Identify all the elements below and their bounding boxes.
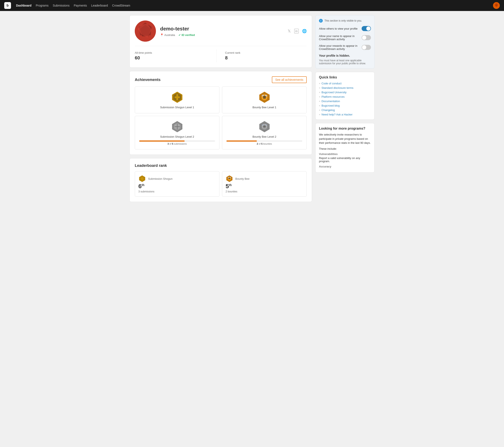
nav-logo[interactable]: b — [4, 2, 11, 9]
nav-dashboard[interactable]: Dashboard — [16, 4, 32, 7]
lb-shogun-icon — [138, 175, 146, 182]
progress-bg-bee2 — [226, 140, 302, 142]
lb-bee-icon — [226, 175, 233, 182]
profile-hidden-desc: You must have at least one applicable su… — [319, 59, 371, 65]
nav-crowdstream[interactable]: CrowdStream — [112, 4, 130, 7]
toggle-crowdstream-name: Allow your name to appear in CrowdStream… — [319, 35, 371, 41]
profile-header: demo-tester 📍 Australia ✔ ID verified 𝕏 — [135, 20, 307, 46]
achievements-title: Achievements — [135, 78, 161, 82]
quick-link-item-0: Code of conduct — [319, 82, 371, 85]
leaderboard-grid: Submission Shogun 6th 3 submissions — [135, 171, 307, 197]
quick-link-item-3: Platform resources — [319, 95, 371, 98]
achievement-progress-shogun2: 3 of 5 submissions — [139, 140, 215, 145]
lb-bee-name: Bounty Bee — [235, 177, 250, 180]
side-column: i This section is only visible to you. A… — [315, 15, 375, 202]
avatar-icon — [493, 2, 500, 9]
more-programs-title: Looking for more programs? — [319, 127, 371, 131]
quick-links-title: Quick links — [319, 76, 371, 79]
progress-fill-shogun2 — [139, 140, 185, 142]
quick-link-changelog[interactable]: Changelog — [322, 108, 335, 112]
achievement-bounty-bee-2: Bounty Bee Level 2 2 of 5 bounties — [222, 116, 307, 150]
bee-level1-icon — [258, 91, 271, 104]
quick-link-code-of-conduct[interactable]: Code of conduct — [322, 82, 342, 85]
profile-avatar-image — [135, 20, 156, 42]
location-icon: 📍 — [160, 33, 163, 37]
quick-link-documentation[interactable]: Documentation — [322, 99, 340, 103]
progress-bg-shogun2 — [139, 140, 215, 142]
quick-link-ask-hacker[interactable]: Need help? Ask a Hacker — [322, 113, 353, 116]
profile-info: demo-tester 📍 Australia ✔ ID verified — [160, 26, 284, 37]
more-programs-vulnerabilities-desc: Report a valid vulnerability on any prog… — [319, 156, 371, 163]
user-avatar[interactable] — [493, 2, 500, 9]
navbar: b Dashboard Programs Submissions Payment… — [0, 0, 504, 11]
leaderboard-shogun: Submission Shogun 6th 3 submissions — [135, 171, 219, 197]
lb-shogun-rank: 6th — [138, 183, 144, 189]
lb-bee-rank: 5th — [226, 183, 232, 189]
website-icon[interactable]: 🌐 — [302, 29, 307, 33]
toggle-knob-3 — [362, 45, 366, 49]
lb-shogun-header: Submission Shogun — [138, 175, 173, 182]
profile-meta: 📍 Australia ✔ ID verified — [160, 33, 284, 37]
visibility-card: i This section is only visible to you. A… — [315, 15, 375, 69]
achievement-submission-shogun-1: Submission Shogun Level 1 — [135, 86, 219, 113]
linkedin-icon[interactable]: in — [294, 29, 299, 33]
more-programs-card: Looking for more programs? We selectivel… — [315, 123, 375, 173]
quick-link-item-6: Changelog — [319, 108, 371, 112]
toggle-crowdstream-rewards-switch[interactable] — [362, 45, 371, 50]
page-layout: demo-tester 📍 Australia ✔ ID verified 𝕏 — [125, 11, 379, 206]
achievement-bounty-bee-1: Bounty Bee Level 1 — [222, 86, 307, 113]
stat-all-time-points: All-time points 60 — [135, 49, 216, 62]
achievement-label-bee1: Bounty Bee Level 1 — [252, 106, 276, 109]
quick-link-platform-resources[interactable]: Platform resources — [322, 95, 344, 98]
leaderboard-bee: Bounty Bee 5th 2 bounties — [222, 171, 307, 197]
progress-text-bee2: 2 of 5 bounties — [226, 142, 302, 145]
twitter-icon[interactable]: 𝕏 — [288, 29, 291, 33]
quick-link-item-7: Need help? Ask a Hacker — [319, 113, 371, 116]
toggle-view-profile-switch[interactable] — [362, 26, 371, 31]
progress-fill-bee2 — [226, 140, 257, 142]
profile-card: demo-tester 📍 Australia ✔ ID verified 𝕏 — [129, 15, 312, 68]
lb-shogun-name: Submission Shogun — [148, 177, 173, 180]
quick-link-item-1: Standard disclosure terms — [319, 86, 371, 89]
lb-bee-header: Bounty Bee — [226, 175, 250, 182]
profile-stats: All-time points 60 Current rank 8 — [135, 46, 307, 62]
stat-current-rank: Current rank 8 — [216, 49, 307, 62]
main-column: demo-tester 📍 Australia ✔ ID verified 𝕏 — [129, 15, 312, 202]
toggle-knob-2 — [362, 36, 366, 40]
toggle-knob — [366, 26, 371, 31]
quick-links-list: Code of conduct Standard disclosure term… — [319, 82, 371, 116]
svg-rect-10 — [175, 97, 180, 98]
achievement-label-shogun1: Submission Shogun Level 1 — [160, 106, 194, 109]
quick-link-blog[interactable]: Bugcrowd blog — [322, 104, 340, 107]
nav-leaderboard[interactable]: Leaderboard — [91, 4, 108, 7]
more-programs-these-include: These include: — [319, 147, 371, 150]
profile-username: demo-tester — [160, 26, 284, 32]
more-programs-accuracy-label: Accuracy — [319, 165, 371, 168]
toggle-crowdstream-name-switch[interactable] — [362, 35, 371, 40]
quick-link-item-5: Bugcrowd blog — [319, 104, 371, 107]
verified-icon: ✔ — [179, 33, 181, 37]
svg-point-25 — [263, 125, 266, 127]
see-all-achievements-button[interactable]: See all achievements — [272, 76, 307, 83]
leaderboard-card: Leaderboard rank Submission Shogun 6th — [129, 158, 312, 202]
profile-location: 📍 Australia — [160, 33, 175, 37]
quick-link-university[interactable]: Bugcrowd University — [322, 91, 347, 94]
nav-links: Dashboard Programs Submissions Payments … — [16, 4, 130, 7]
achievements-card: Achievements See all achievements Submis… — [129, 71, 312, 155]
nav-submissions[interactable]: Submissions — [53, 4, 70, 7]
profile-hidden-label: Your profile is hidden. — [319, 54, 371, 57]
svg-rect-32 — [141, 178, 144, 179]
profile-verified: ✔ ID verified — [179, 33, 195, 37]
nav-payments[interactable]: Payments — [74, 4, 87, 7]
progress-text-shogun2: 3 of 5 submissions — [139, 142, 215, 145]
toggle-crowdstream-rewards: Allow your rewards to appear in CrowdStr… — [319, 44, 371, 51]
quick-link-disclosure-terms[interactable]: Standard disclosure terms — [322, 86, 353, 89]
profile-social: 𝕏 in 🌐 — [288, 29, 307, 33]
quick-link-item-2: Bugcrowd University — [319, 91, 371, 94]
leaderboard-title: Leaderboard rank — [135, 163, 307, 168]
achievements-grid: Submission Shogun Level 1 Bounty Bee Lev… — [135, 86, 307, 150]
visibility-note: i This section is only visible to you. — [319, 19, 371, 23]
achievement-label-bee2: Bounty Bee Level 2 — [252, 135, 276, 138]
info-icon: i — [319, 19, 323, 23]
nav-programs[interactable]: Programs — [36, 4, 49, 7]
